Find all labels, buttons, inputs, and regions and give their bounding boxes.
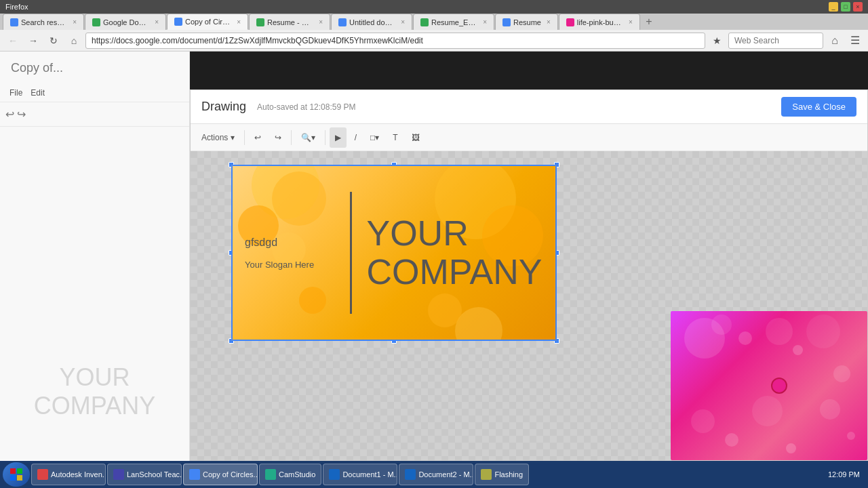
tab-label: Copy of Circle... bbox=[185, 18, 231, 26]
taskbar-icon-camstudio bbox=[265, 469, 276, 480]
taskbar-item-autodesk[interactable]: Autodesk Inven... bbox=[31, 464, 106, 485]
taskbar-item-copy-circles[interactable]: Copy of Circles... bbox=[183, 464, 258, 485]
windows-logo-icon bbox=[9, 468, 23, 481]
new-tab-button[interactable]: + bbox=[641, 14, 657, 30]
taskbar-icon-lanschool bbox=[113, 469, 124, 480]
toolbar-separator bbox=[244, 130, 245, 145]
address-bar[interactable] bbox=[85, 33, 705, 49]
tab-resume-example[interactable]: Resume_Example... × bbox=[413, 14, 494, 30]
business-card[interactable]: gfsdgd Your Slogan Here YOUR COMPANY bbox=[231, 165, 557, 341]
taskbar-time: 12:09 PM bbox=[828, 470, 860, 479]
taskbar-item-doc1[interactable]: Document1 - M... bbox=[323, 464, 397, 485]
tab-label: Resume bbox=[513, 18, 541, 26]
tab-pink-bubbles[interactable]: life-pink-bubbles-... × bbox=[559, 14, 640, 30]
search-bar[interactable] bbox=[728, 33, 823, 49]
tab-close-icon[interactable]: × bbox=[155, 18, 159, 26]
undo-button[interactable]: ↩ bbox=[249, 127, 267, 148]
svg-rect-0 bbox=[10, 468, 16, 474]
tab-favicon bbox=[92, 18, 100, 26]
tab-search[interactable]: Search results - G... × bbox=[3, 14, 84, 30]
taskbar-label-doc2: Document2 - M... bbox=[418, 470, 473, 479]
taskbar-label-copy-circles: Copy of Circles... bbox=[203, 470, 258, 479]
tab-close-icon[interactable]: × bbox=[483, 18, 487, 26]
taskbar-icon-autodesk bbox=[37, 469, 48, 480]
close-button[interactable]: × bbox=[853, 2, 863, 12]
tab-label: Untitled docume... bbox=[349, 18, 395, 26]
tab-favicon bbox=[338, 18, 347, 26]
tab-docs-template[interactable]: Google Docs Te... × bbox=[85, 14, 166, 30]
tab-copy-circle[interactable]: Copy of Circle... × bbox=[167, 14, 248, 30]
drawing-toolbar: Actions ▾ ↩ ↪ 🔍▾ ▶ / □▾ T 🖼 bbox=[191, 124, 867, 151]
docs-bg-title: Copy of... bbox=[0, 52, 189, 83]
tab-close-icon[interactable]: × bbox=[547, 18, 551, 26]
shape-tool[interactable]: □▾ bbox=[365, 127, 384, 148]
tab-bar: Search results - G... × Google Docs Te..… bbox=[0, 14, 868, 30]
forward-button[interactable]: → bbox=[24, 32, 42, 49]
start-button[interactable] bbox=[3, 462, 30, 487]
minimize-button[interactable]: _ bbox=[829, 2, 838, 12]
tab-label: Resume - Google... bbox=[267, 18, 313, 26]
business-card-wrapper[interactable]: gfsdgd Your Slogan Here YOUR COMPANY bbox=[231, 165, 557, 341]
drawing-autosave: Auto-saved at 12:08:59 PM bbox=[257, 102, 355, 112]
nav-bar: ← → ↻ ⌂ ★ ⌂ ☰ bbox=[0, 30, 868, 52]
redo-icon[interactable]: ↪ bbox=[17, 108, 26, 121]
taskbar-icon-flashing bbox=[481, 469, 492, 480]
drawing-header: Drawing Auto-saved at 12:08:59 PM Save &… bbox=[191, 90, 867, 124]
back-button[interactable]: ← bbox=[4, 32, 22, 49]
tab-label: Google Docs Te... bbox=[103, 18, 149, 26]
svg-rect-1 bbox=[17, 468, 22, 474]
tab-favicon bbox=[10, 18, 18, 26]
title-bar: Firefox _ □ × bbox=[0, 0, 868, 14]
drawing-title: Drawing bbox=[201, 100, 246, 114]
actions-menu-button[interactable]: Actions ▾ bbox=[196, 127, 240, 148]
settings-icon-button[interactable]: ☰ bbox=[846, 32, 864, 49]
tab-resume[interactable]: Resume × bbox=[495, 14, 558, 30]
pink-image[interactable] bbox=[671, 311, 867, 460]
menu-edit[interactable]: Edit bbox=[26, 88, 49, 98]
tab-close-icon[interactable]: × bbox=[237, 18, 241, 26]
docs-bg-menu: File Edit bbox=[0, 83, 189, 102]
tab-resume-google[interactable]: Resume - Google... × bbox=[249, 14, 330, 30]
select-tool[interactable]: ▶ bbox=[330, 127, 347, 148]
taskbar: Autodesk Inven... LanSchool Teac... Copy… bbox=[0, 461, 868, 488]
taskbar-label-camstudio: CamStudio bbox=[279, 470, 315, 479]
drawing-canvas[interactable]: gfsdgd Your Slogan Here YOUR COMPANY bbox=[191, 151, 867, 460]
taskbar-label-flashing: Flashing bbox=[494, 470, 523, 479]
taskbar-icon-doc2 bbox=[405, 469, 416, 480]
cursor-dot bbox=[771, 378, 787, 394]
card-left: gfsdgd Your Slogan Here bbox=[231, 165, 350, 341]
line-tool[interactable]: / bbox=[349, 127, 362, 148]
tab-close-icon[interactable]: × bbox=[401, 18, 405, 26]
taskbar-item-lanschool[interactable]: LanSchool Teac... bbox=[107, 464, 182, 485]
tab-label: Resume_Example... bbox=[431, 18, 477, 26]
maximize-button[interactable]: □ bbox=[841, 2, 850, 12]
menu-file[interactable]: File bbox=[5, 88, 26, 98]
window-controls: _ □ × bbox=[829, 2, 863, 12]
taskbar-label-autodesk: Autodesk Inven... bbox=[51, 470, 106, 479]
zoom-button[interactable]: 🔍▾ bbox=[296, 127, 321, 148]
reload-button[interactable]: ↻ bbox=[45, 32, 62, 49]
card-name: gfsdgd bbox=[245, 237, 336, 249]
image-tool[interactable]: 🖼 bbox=[406, 127, 425, 148]
taskbar-item-doc2[interactable]: Document2 - M... bbox=[399, 464, 473, 485]
home-button[interactable]: ⌂ bbox=[65, 32, 83, 49]
bookmark-button[interactable]: ★ bbox=[708, 32, 726, 49]
tab-close-icon[interactable]: × bbox=[629, 18, 633, 26]
toolbar-separator-2 bbox=[291, 130, 292, 145]
tab-favicon bbox=[174, 18, 182, 26]
page-wrapper: Copy of... File Edit ↩ ↪ YOUR COMPANY Dr… bbox=[0, 52, 868, 461]
taskbar-item-flashing[interactable]: Flashing bbox=[475, 464, 529, 485]
pink-bubbles bbox=[671, 311, 867, 460]
tab-close-icon[interactable]: × bbox=[73, 18, 77, 26]
tab-favicon bbox=[502, 18, 511, 26]
save-close-button[interactable]: Save & Close bbox=[781, 97, 856, 117]
taskbar-item-camstudio[interactable]: CamStudio bbox=[259, 464, 321, 485]
redo-button[interactable]: ↪ bbox=[269, 127, 287, 148]
tab-untitled[interactable]: Untitled docume... × bbox=[331, 14, 412, 30]
text-tool[interactable]: T bbox=[387, 127, 403, 148]
home-icon-button[interactable]: ⌂ bbox=[826, 32, 844, 49]
tab-close-icon[interactable]: × bbox=[319, 18, 323, 26]
undo-icon[interactable]: ↩ bbox=[5, 108, 14, 121]
docs-background: Copy of... File Edit ↩ ↪ YOUR COMPANY bbox=[0, 52, 190, 461]
taskbar-icon-doc1 bbox=[329, 469, 340, 480]
